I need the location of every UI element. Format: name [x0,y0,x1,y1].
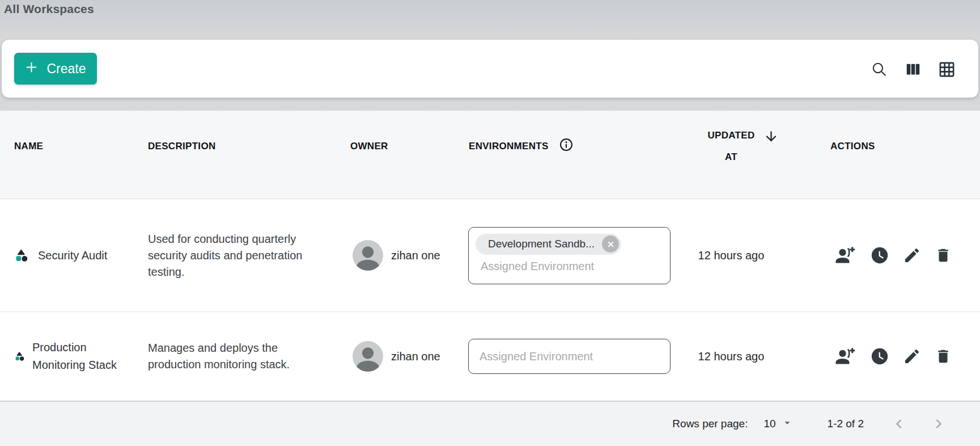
assign-user-icon[interactable] [834,245,856,266]
actions-cell [791,346,980,367]
workspace-icon [14,248,29,263]
environment-chip[interactable]: Development Sandb... [476,234,621,255]
environment-select[interactable]: Development Sandb... Assigned Environmen… [468,227,671,284]
column-header-description: DESCRIPTION [134,141,336,169]
pagination-bar: Rows per page: 10 1-2 of 2 [0,401,980,446]
column-header-owner: OWNER [336,141,445,169]
create-button[interactable]: Create [14,53,97,85]
updated-at-cell: 12 hours ago [672,249,791,262]
toolbar-icon-group [871,61,956,78]
rows-per-page-value: 10 [763,418,775,430]
column-header-updated-at[interactable]: UPDATED AT [672,125,791,185]
updated-at-line2: AT [725,146,737,168]
previous-page-icon[interactable] [891,416,907,432]
avatar [353,341,383,372]
workspace-description: Manages and deploys the production monit… [148,340,301,373]
owner-cell: zihan one [336,341,445,372]
info-icon[interactable] [559,137,574,155]
sort-desc-arrow-icon [763,129,779,152]
search-icon[interactable] [871,61,888,78]
toolbar: Create [2,40,978,98]
rows-per-page-select[interactable]: 10 [763,416,793,432]
workspace-name: Security Audit [38,247,107,264]
updated-at-cell: 12 hours ago [672,350,791,363]
workspaces-page: All Workspaces Create [0,0,980,446]
environment-placeholder: Assigned Environment [480,350,593,363]
history-icon[interactable] [870,347,889,366]
environment-chip-label: Development Sandb... [488,238,595,250]
pagination-range: 1-2 of 2 [828,418,864,430]
column-header-environments-label: ENVIRONMENTS [469,141,549,152]
updated-at-line1: UPDATED [707,125,754,146]
name-cell: Production Monitoring Stack [0,339,134,374]
table-header-row: NAME DESCRIPTION OWNER ENVIRONMENTS UPDA… [0,111,980,199]
assign-user-icon[interactable] [834,346,856,367]
environments-cell: Assigned Environment [445,339,672,374]
table-row: Production Monitoring Stack Manages and … [0,312,980,401]
edit-icon[interactable] [903,246,921,264]
page-title: All Workspaces [4,2,94,16]
remove-environment-icon[interactable] [602,235,619,253]
caret-down-icon [781,416,794,432]
workspace-name: Production Monitoring Stack [32,339,129,374]
column-header-name: NAME [0,141,134,169]
avatar [353,240,383,271]
owner-cell: zihan one [336,240,445,271]
plus-icon [25,61,38,77]
workspace-icon [14,351,26,362]
next-page-icon[interactable] [931,416,947,432]
name-cell: Security Audit [0,247,134,264]
environment-placeholder: Assigned Environment [481,260,663,273]
environments-cell: Development Sandb... Assigned Environmen… [445,227,672,284]
create-button-label: Create [46,61,86,77]
description-cell: Manages and deploys the production monit… [134,340,336,373]
column-header-environments: ENVIRONMENTS [445,137,672,172]
rows-per-page-label: Rows per page: [672,418,748,430]
history-icon[interactable] [870,246,889,265]
view-columns-icon[interactable] [905,61,922,78]
edit-icon[interactable] [903,347,921,365]
actions-cell [791,245,980,266]
workspaces-table: NAME DESCRIPTION OWNER ENVIRONMENTS UPDA… [0,111,980,446]
environment-select[interactable]: Assigned Environment [468,339,671,374]
delete-icon[interactable] [935,347,952,365]
grid-view-icon[interactable] [938,61,956,78]
workspace-description: Used for conducting quarterly security a… [148,231,325,280]
description-cell: Used for conducting quarterly security a… [134,231,336,280]
table-row: Security Audit Used for conducting quart… [0,199,980,312]
column-header-actions: ACTIONS [791,141,980,169]
owner-name: zihan one [391,249,440,262]
delete-icon[interactable] [935,246,952,264]
owner-name: zihan one [391,350,440,363]
